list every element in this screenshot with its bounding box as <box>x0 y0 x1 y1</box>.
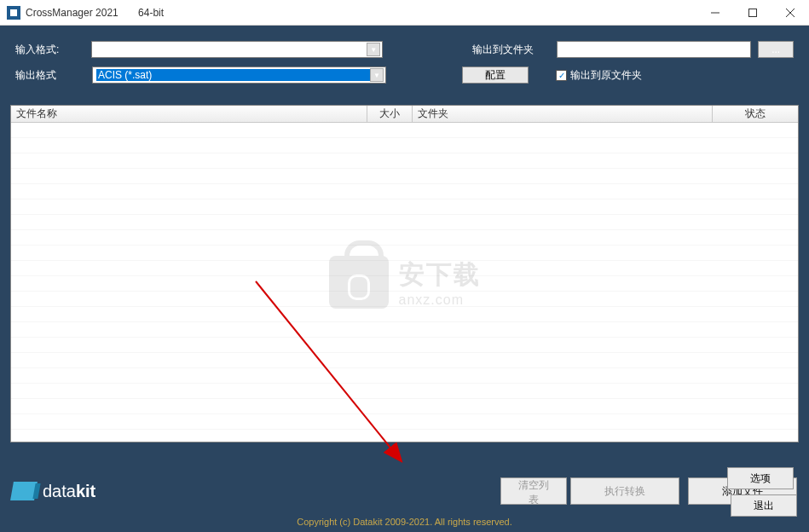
column-status[interactable]: 状态 <box>713 106 798 122</box>
app-arch: 64-bit <box>138 7 164 19</box>
side-buttons: 选项 退出 <box>727 467 797 517</box>
options-button[interactable]: 选项 <box>727 467 794 489</box>
minimize-button[interactable] <box>696 0 734 26</box>
file-table: 文件名称 大小 文件夹 状态 安下载 anxz.com <box>10 105 799 442</box>
column-size[interactable]: 大小 <box>367 106 413 122</box>
window-controls <box>696 0 809 26</box>
input-format-value: ACIS (*.sat;*.asat;*.sab;*.asab) <box>95 43 367 55</box>
maximize-button[interactable] <box>734 0 771 26</box>
dropdown-arrow-icon: ▼ <box>367 43 380 56</box>
checkbox-icon: ✓ <box>556 70 567 81</box>
execute-convert-button[interactable]: 执行转换 <box>570 477 679 505</box>
output-format-combo[interactable]: ACIS (*.sat) ▼ <box>92 66 386 84</box>
watermark-cn: 安下载 <box>399 257 481 292</box>
watermark-en: anxz.com <box>399 292 481 308</box>
close-button[interactable] <box>771 0 809 26</box>
clear-list-button[interactable]: 清空列表 <box>500 477 567 505</box>
same-folder-checkbox[interactable]: ✓ 输出到原文件夹 <box>556 68 642 83</box>
svg-rect-1 <box>749 9 757 16</box>
column-folder[interactable]: 文件夹 <box>413 106 713 122</box>
same-folder-label: 输出到原文件夹 <box>570 68 642 83</box>
output-format-label: 输出格式 <box>15 68 92 83</box>
column-name[interactable]: 文件名称 <box>11 106 367 122</box>
app-icon <box>7 6 20 20</box>
output-format-value: ACIS (*.sat) <box>96 69 370 81</box>
copyright: Copyright (c) Datakit 2009-2021. All rig… <box>0 517 809 527</box>
filter-panel: 输入格式: ACIS (*.sat;*.asat;*.sab;*.asab) ▼… <box>0 26 809 101</box>
browse-button[interactable]: ... <box>758 41 794 58</box>
app-name: CrossManager 2021 <box>26 7 118 19</box>
input-format-combo[interactable]: ACIS (*.sat;*.asat;*.sab;*.asab) ▼ <box>91 41 383 58</box>
titlebar: CrossManager 2021 64-bit <box>0 0 809 26</box>
watermark: 安下载 anxz.com <box>329 256 481 309</box>
output-folder-label: 输出到文件夹 <box>472 43 557 57</box>
logo: datakit <box>12 482 95 501</box>
logo-icon <box>10 482 38 500</box>
exit-button[interactable]: 退出 <box>731 494 797 517</box>
table-header: 文件名称 大小 文件夹 状态 <box>11 106 798 123</box>
watermark-bag-icon <box>329 256 389 309</box>
output-folder-input[interactable] <box>557 41 751 58</box>
bottom-bar: datakit 清空列表 执行转换 添加文件 选项 退出 Copyright (… <box>0 467 809 532</box>
logo-text: datakit <box>43 482 95 501</box>
input-format-label: 输入格式: <box>15 43 91 57</box>
config-button[interactable]: 配置 <box>462 66 529 84</box>
dropdown-arrow-icon: ▼ <box>370 68 384 82</box>
table-body[interactable]: 安下载 anxz.com <box>11 123 798 442</box>
titlebar-text: CrossManager 2021 64-bit <box>26 7 164 19</box>
